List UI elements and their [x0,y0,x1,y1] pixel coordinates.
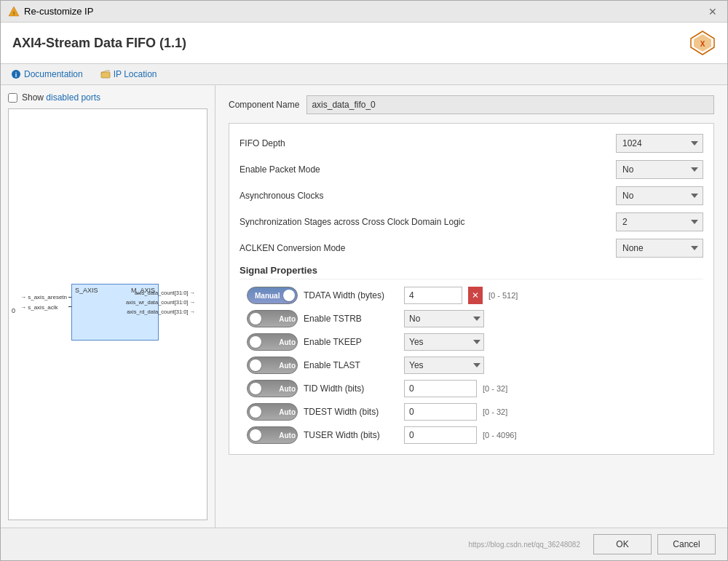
component-name-label: Component Name [229,100,299,110]
diagram-area: M_AXIS S_AXIS → s_axis_aresetn → s_axis_… [8,108,207,520]
signal-rows: Manual TDATA Width (bytes) ✕ [0 - 512] A… [240,287,703,444]
app-icon: ! [8,6,20,17]
enable-packet-mode-select[interactable]: No Yes [616,160,703,179]
tstrb-select[interactable]: No Yes [404,310,484,327]
ok-button[interactable]: OK [593,534,652,554]
tkeep-name: Enable TKEEP [304,337,398,347]
location-label: IP Location [114,69,157,79]
show-ports-label: Show disabled ports [22,92,100,103]
signal-row-tdest: Auto TDEST Width (bits) [0 - 32] [247,403,703,421]
signal-row-tstrb: Auto Enable TSTRB No Yes [247,310,703,327]
tid-toggle[interactable]: Auto [247,380,298,397]
svg-rect-7 [101,72,110,78]
tuser-toggle-label: Auto [250,431,300,439]
aclken-select[interactable]: None Master Only Slave Only Both [616,239,703,258]
documentation-button[interactable]: i Documentation [8,68,86,81]
signal-row-tlast: Auto Enable TLAST Yes No [247,357,703,374]
show-ports-checkbox[interactable] [8,93,17,103]
enable-packet-mode-row: Enable Packet Mode No Yes [240,160,703,179]
tlast-toggle[interactable]: Auto [247,357,298,374]
tkeep-toggle-label: Auto [250,338,300,346]
fifo-depth-label: FIFO Depth [240,138,616,148]
tid-toggle-label: Auto [250,385,300,393]
tuser-range: [0 - 4096] [483,431,516,439]
info-icon: i [11,69,21,79]
sync-stages-select[interactable]: 2 1 3 4 [616,212,703,231]
title-bar: ! Re-customize IP ✕ [1,1,727,23]
title-bar-left: ! Re-customize IP [8,6,93,17]
doc-label: Documentation [24,69,83,79]
footer: https://blog.csdn.net/qq_36248082 OK Can… [1,528,727,560]
signal-row-tid: Auto TID Width (bits) [0 - 32] [247,380,703,397]
show-ports-row: Show disabled ports [8,92,207,103]
fifo-depth-row: FIFO Depth 1024 512 2048 4096 [240,134,703,153]
async-clocks-row: Asynchronous Clocks No Yes [240,186,703,205]
sync-stages-label: Synchronization Stages across Cross Cloc… [240,217,616,227]
tid-input[interactable] [404,380,477,397]
conn-line-1 [68,297,71,298]
block-diagram: M_AXIS S_AXIS → s_axis_aresetn → s_axis_… [20,278,195,351]
right-panel: Component Name FIFO Depth 1024 512 2048 … [215,85,727,528]
tdata-toggle-circle [283,290,295,301]
tdata-range: [0 - 512] [488,291,518,300]
xilinx-logo: X [689,30,716,56]
tdata-name: TDATA Width (bytes) [304,290,398,301]
tdata-input[interactable] [404,287,462,304]
signal-section-title: Signal Properties [240,265,703,279]
signal-row-tkeep: Auto Enable TKEEP Yes No [247,333,703,351]
main-dialog: ! Re-customize IP ✕ AXI4-Stream Data FIF… [0,0,728,561]
tstrb-toggle-label: Auto [250,315,300,323]
close-button[interactable]: ✕ [705,4,720,19]
tstrb-toggle[interactable]: Auto [247,310,298,327]
tdata-clear-button[interactable]: ✕ [468,287,483,304]
header-title: AXI4-Stream Data FIFO (1.1) [12,36,186,51]
aclken-label: ACLKEN Conversion Mode [240,243,616,253]
left-ports: → s_axis_aresetn → s_axis_aclk [20,293,67,313]
settings-box: FIFO Depth 1024 512 2048 4096 Enable Pac… [229,123,714,455]
ip-location-button[interactable]: IP Location [98,68,160,81]
signal-row-tuser: Auto TUSER Width (bits) [0 - 4096] [247,426,703,444]
tkeep-select[interactable]: Yes No [404,333,484,351]
port-number: 0 [12,307,15,314]
tlast-select[interactable]: Yes No [404,357,484,374]
toolbar: i Documentation IP Location [1,64,727,85]
tid-range: [0 - 32] [483,384,507,393]
async-clocks-select[interactable]: No Yes [616,186,703,205]
right-ports: axis_data_count[31:0] → axis_wr_data_cou… [126,288,195,317]
svg-text:i: i [15,71,17,79]
folder-icon [100,69,111,79]
tdata-toggle[interactable]: Manual [247,287,298,304]
tdest-input[interactable] [404,403,477,421]
tuser-name: TUSER Width (bits) [304,430,398,440]
title-text: Re-customize IP [24,6,93,17]
component-name-input[interactable] [306,95,714,114]
sync-stages-row: Synchronization Stages across Cross Cloc… [240,212,703,231]
signal-row-tdata: Manual TDATA Width (bytes) ✕ [0 - 512] [247,287,703,304]
tid-name: TID Width (bits) [304,383,398,394]
footer-url: https://blog.csdn.net/qq_36248082 [12,541,580,549]
tkeep-toggle[interactable]: Auto [247,333,298,351]
tlast-toggle-label: Auto [250,362,300,370]
tlast-name: Enable TLAST [304,360,398,370]
left-panel: Show disabled ports M_AXIS S_AXIS → s_ax… [1,85,215,528]
tdest-range: [0 - 32] [483,407,507,416]
svg-text:X: X [700,40,705,48]
tdest-toggle-label: Auto [250,408,300,416]
cancel-button[interactable]: Cancel [657,534,716,554]
s-axis-label: S_AXIS [75,287,98,294]
svg-text:!: ! [13,10,15,17]
aclken-row: ACLKEN Conversion Mode None Master Only … [240,239,703,258]
async-clocks-label: Asynchronous Clocks [240,191,616,201]
fifo-depth-select[interactable]: 1024 512 2048 4096 [616,134,703,153]
tuser-input[interactable] [404,426,477,444]
enable-packet-mode-label: Enable Packet Mode [240,164,616,175]
main-content: Show disabled ports M_AXIS S_AXIS → s_ax… [1,85,727,528]
conn-line-2 [68,306,71,307]
component-name-row: Component Name [229,95,714,114]
header-section: AXI4-Stream Data FIFO (1.1) X [1,23,727,64]
tstrb-name: Enable TSTRB [304,314,398,324]
tuser-toggle[interactable]: Auto [247,426,298,444]
tdest-toggle[interactable]: Auto [247,403,298,421]
tdest-name: TDEST Width (bits) [304,407,398,417]
